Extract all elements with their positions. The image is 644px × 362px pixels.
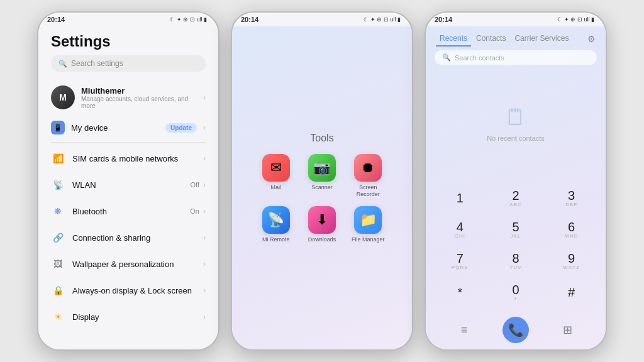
settings-item-text: Always-on display & Lock screen xyxy=(72,286,196,295)
settings-item[interactable]: ☀ Display › xyxy=(38,304,218,330)
settings-search-bar[interactable]: 🔍 Search settings xyxy=(51,55,206,72)
num-sub: WXYZ xyxy=(563,265,580,270)
settings-item[interactable]: 🔗 Connection & sharing › xyxy=(38,224,218,251)
num-button[interactable]: 6MNO xyxy=(554,215,589,244)
num-button[interactable]: * xyxy=(442,278,477,307)
settings-item-label: Bluetooth xyxy=(72,207,182,216)
profile-text: Miuithemer Manage accounts, cloud servic… xyxy=(81,86,197,109)
settings-item[interactable]: 📶 SIM cards & mobile networks › xyxy=(38,145,218,172)
settings-item-value: Off xyxy=(191,181,199,189)
num-sub: DEF xyxy=(565,202,577,207)
settings-item[interactable]: 🖼 Wallpaper & personalization › xyxy=(38,251,218,277)
num-main: 8 xyxy=(512,252,519,265)
app-item[interactable]: ✉ Mail xyxy=(259,154,292,198)
settings-item[interactable]: ❋ Bluetooth On › xyxy=(38,198,218,224)
settings-screen: Settings 🔍 Search settings M Miuithemer … xyxy=(38,26,218,349)
dialer-tab[interactable]: Carrier Services xyxy=(511,31,572,47)
tabs-list: RecentsContactsCarrier Services xyxy=(436,31,572,47)
settings-item-right: › xyxy=(203,286,206,295)
no-recents-icon: 🗒 xyxy=(504,104,527,131)
app-name: Mail xyxy=(270,184,281,191)
search-placeholder: Search settings xyxy=(71,59,123,68)
dialpad-button[interactable]: ⊞ xyxy=(554,317,580,343)
search-icon: 🔍 xyxy=(58,60,67,68)
settings-item-icon: 📶 xyxy=(51,151,65,165)
app-item[interactable]: ⬇ Downloads xyxy=(305,206,338,243)
settings-items-list: 📶 SIM cards & mobile networks › 📡 WLAN O… xyxy=(38,145,218,330)
settings-item-right: › xyxy=(203,312,206,321)
settings-item-right: Off › xyxy=(191,180,206,189)
app-name: File Manager xyxy=(352,236,385,243)
num-button[interactable]: 4GHI xyxy=(442,215,477,244)
settings-item-right: On › xyxy=(190,207,206,216)
app-icon: 📷 xyxy=(308,154,336,182)
status-icons-3: ☾ ✦ ⊕ ⊡ ull ▮ xyxy=(557,16,594,23)
app-item[interactable]: ⏺ Screen Recorder xyxy=(352,154,385,198)
settings-item[interactable]: 📡 WLAN Off › xyxy=(38,172,218,198)
settings-header: Settings 🔍 Search settings xyxy=(38,26,218,75)
phone-settings: 20:14 ☾ ✦ ⊕ ⊡ ull ▮ Settings 🔍 Search se… xyxy=(37,11,219,351)
num-main: * xyxy=(457,286,462,299)
numpad-row: 7PQRS8TUV9WXYZ xyxy=(432,246,599,275)
menu-button[interactable]: ≡ xyxy=(451,317,477,343)
chevron-icon: › xyxy=(203,312,206,321)
dialer-tab[interactable]: Contacts xyxy=(472,31,509,47)
device-chevron-icon: › xyxy=(203,123,206,132)
settings-item-icon: 🔗 xyxy=(51,231,65,244)
num-button[interactable]: 0+ xyxy=(498,278,533,307)
num-sub: GHI xyxy=(455,233,465,239)
num-main: 7 xyxy=(457,252,464,265)
num-main: 5 xyxy=(512,221,519,233)
device-item[interactable]: 📱 My device Update › xyxy=(38,116,218,140)
num-main: 9 xyxy=(568,252,575,265)
num-button[interactable]: 7PQRS xyxy=(442,246,477,275)
dialer-tab[interactable]: Recents xyxy=(436,31,471,47)
dialer-tabs: RecentsContactsCarrier Services ⚙ xyxy=(426,26,606,47)
dialer-search[interactable]: 🔍 Search contacts xyxy=(435,50,597,65)
time-2: 20:14 xyxy=(241,16,258,23)
time-3: 20:14 xyxy=(435,16,452,23)
app-item[interactable]: 📡 Mi Remote xyxy=(259,206,292,243)
numpad: 12ABC3DEF4GHI5JKL6MNO7PQRS8TUV9WXYZ*0+# xyxy=(426,184,606,313)
app-item[interactable]: 📷 Scanner xyxy=(305,154,338,198)
app-icon: ⬇ xyxy=(308,206,336,234)
app-name: Mi Remote xyxy=(262,236,290,243)
settings-item[interactable]: 🔒 Always-on display & Lock screen › xyxy=(38,277,218,304)
num-main: # xyxy=(568,286,575,299)
settings-item-label: Always-on display & Lock screen xyxy=(72,286,196,295)
profile-name: Miuithemer xyxy=(81,86,197,96)
settings-item-text: Bluetooth xyxy=(72,207,182,216)
settings-item-icon: ☀ xyxy=(51,310,65,324)
num-button[interactable]: 3DEF xyxy=(554,184,589,212)
num-main: 6 xyxy=(568,221,575,233)
num-sub: PQRS xyxy=(452,265,469,270)
settings-item-text: Connection & sharing xyxy=(72,233,196,243)
call-button[interactable]: 📞 xyxy=(502,317,529,343)
num-sub: ABC xyxy=(509,202,521,207)
update-badge[interactable]: Update xyxy=(165,123,197,133)
num-button[interactable]: # xyxy=(554,278,589,307)
settings-item-right: › xyxy=(203,233,206,242)
profile-item[interactable]: M Miuithemer Manage accounts, cloud serv… xyxy=(38,79,218,116)
chevron-icon: › xyxy=(203,93,206,102)
app-name: Screen Recorder xyxy=(352,184,385,198)
chevron-icon: › xyxy=(203,286,206,295)
num-button[interactable]: 9WXYZ xyxy=(554,246,589,275)
num-button[interactable]: 5JKL xyxy=(498,215,533,244)
settings-item-label: Wallpaper & personalization xyxy=(72,260,196,269)
chevron-icon: › xyxy=(203,233,206,242)
dialer-actions: ≡ 📞 ⊞ xyxy=(426,313,606,349)
app-item[interactable]: 📁 File Manager xyxy=(352,206,385,243)
num-button[interactable]: 2ABC xyxy=(498,184,533,212)
settings-item-icon: 🔒 xyxy=(51,283,65,297)
gear-button[interactable]: ⚙ xyxy=(587,34,596,44)
num-sub: MNO xyxy=(565,233,579,239)
num-button[interactable]: 1 xyxy=(442,184,477,212)
app-name: Scanner xyxy=(311,184,333,191)
dialer-screen: RecentsContactsCarrier Services ⚙ 🔍 Sear… xyxy=(426,26,606,349)
settings-item-icon: 📡 xyxy=(51,178,65,192)
num-main: 3 xyxy=(568,189,575,202)
chevron-icon: › xyxy=(203,180,206,189)
num-button[interactable]: 8TUV xyxy=(498,246,533,275)
num-main: 4 xyxy=(457,221,464,233)
